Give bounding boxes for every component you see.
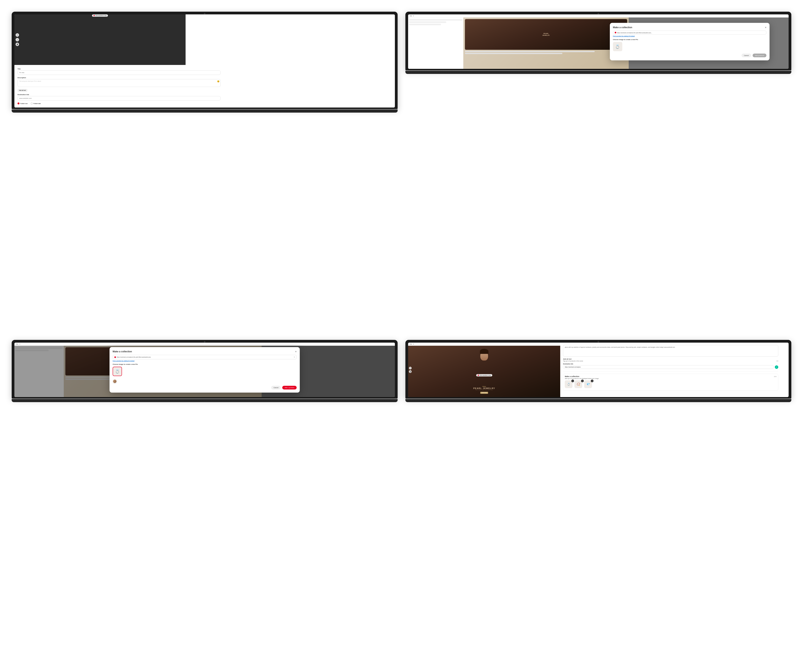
- tag-count-num: 0/8: [776, 360, 778, 362]
- product-chip-3[interactable]: 💎 ×: [584, 380, 593, 389]
- product-icon-2: 📿: [577, 383, 580, 386]
- collection-sub: Add up to 24 products to be displayed be…: [565, 378, 776, 379]
- camera-notch: [204, 13, 205, 15]
- collection-section: Make a collection 3/24 Add up to 24 prod…: [563, 374, 778, 391]
- collection-modal-3: Make a collection × https://andreali.com…: [109, 347, 300, 393]
- description-label: Description: [18, 77, 221, 79]
- ring-icon-3: 💍: [115, 369, 120, 374]
- publish-now-option[interactable]: Publish now: [18, 102, 28, 104]
- modal-close-button-3[interactable]: ×: [295, 350, 297, 353]
- modal-footer: Cancel Add products: [613, 54, 767, 57]
- destination-label-4: Destination link: [563, 363, 778, 365]
- find-product-link-3[interactable]: Find a product by catalog ID instead: [113, 360, 297, 362]
- url-status-dot: [615, 32, 616, 33]
- title-label: Title: [18, 68, 221, 70]
- modal-title: Make a collection: [613, 26, 632, 29]
- product-images-grid: 💍: [613, 42, 767, 51]
- laptop-base: [12, 109, 398, 113]
- add-1-product-button[interactable]: Add 1 product: [282, 386, 297, 390]
- url-text: https://andreali.com/aglow/14k-gold-fill…: [617, 32, 765, 33]
- click-tag-label: Click anywhere to tag: [95, 15, 106, 16]
- alt-text-label: Add alt text: [563, 358, 778, 360]
- choose-image-label: Choose image to create a new Pin: [613, 39, 767, 41]
- publish-options: Publish now Publish later: [18, 102, 221, 104]
- product-icon-1: 💍: [567, 383, 571, 386]
- ads-bar: Ads ▾: [408, 15, 788, 18]
- ads-dropdown[interactable]: ▾: [413, 15, 414, 17]
- radio-filled: [18, 102, 20, 104]
- product-thumb-selected[interactable]: 💍: [113, 367, 122, 376]
- url-text-3: https://andreali.com/aglow/14k-gold-fill…: [117, 356, 293, 358]
- collection-title: Make a collection: [565, 375, 579, 377]
- collection-modal: Make a collection × https://andreali.com…: [610, 23, 770, 60]
- laptop-base-4: [405, 399, 791, 402]
- ads-label-4: Ads: [410, 343, 412, 345]
- destination-input[interactable]: [18, 96, 221, 101]
- ads-label: Ads: [410, 15, 412, 16]
- ads-label-3: Ads: [16, 343, 18, 345]
- ads-dropdown-4[interactable]: ▾: [413, 343, 414, 345]
- click-tag-label-4: Click anywhere to tag: [480, 375, 491, 376]
- shop-button-4[interactable]: SHOP NOW: [480, 392, 488, 394]
- edit-icon[interactable]: ✏: [16, 33, 19, 37]
- collection-count: 3/24: [774, 376, 777, 377]
- title-input[interactable]: [18, 70, 221, 75]
- jewelry-title-4: PEARL JEWELRY: [473, 387, 495, 390]
- destination-label: Destination link: [18, 94, 221, 96]
- tag-dot: [94, 15, 95, 16]
- ads-bar-3: Ads ▾: [15, 342, 395, 346]
- cancel-button[interactable]: Cancel: [741, 54, 751, 57]
- laptop-base-2: [405, 71, 791, 74]
- destination-check-icon: ✓: [775, 365, 778, 369]
- description-text: piece with my selection of layered neckl…: [565, 346, 776, 348]
- url-input-row-3[interactable]: https://andreali.com/aglow/14k-gold-fill…: [113, 355, 297, 359]
- pin-image-panel: Click anywhere to tag Malèe PEARL JEWELR…: [15, 15, 185, 65]
- laptop-base-3: [12, 399, 398, 402]
- grid-icon[interactable]: ⠿: [16, 38, 19, 41]
- url-clear-button[interactable]: ×: [294, 356, 295, 358]
- jewelry-subtitle-4: Malèe: [473, 386, 495, 387]
- left-toolbar-4: ✏ 🗑: [409, 367, 411, 373]
- trash-icon[interactable]: 🗑: [16, 42, 19, 46]
- product-chip-1[interactable]: 💍 ×: [565, 380, 573, 389]
- destination-section: Destination link ✓: [563, 363, 778, 369]
- click-tag-badge-4[interactable]: Click anywhere to tag: [476, 374, 492, 377]
- find-product-link[interactable]: Find a product by catalog ID instead: [613, 36, 767, 37]
- pin-form: Title Description Tell everyone what you…: [15, 65, 224, 107]
- ads-dropdown-3[interactable]: ▾: [20, 343, 20, 345]
- product-remove-3[interactable]: ×: [591, 380, 593, 382]
- product-remove-1[interactable]: ×: [571, 380, 574, 382]
- product-chip-2[interactable]: 📿 ×: [574, 380, 583, 389]
- laptop-screen1: Click anywhere to tag Malèe PEARL JEWELR…: [12, 12, 398, 332]
- destination-row: ✓: [563, 365, 778, 369]
- pin-image-panel-4: Ads ▾ Click anywhere to tag: [408, 342, 560, 397]
- description-textarea[interactable]: Tell everyone what your Pin is about: [18, 79, 221, 87]
- click-tag-badge[interactable]: Click anywhere to tag: [92, 15, 108, 17]
- product-icon-3: 💎: [587, 383, 590, 386]
- description-box[interactable]: piece with my selection of layered neckl…: [563, 345, 778, 357]
- modal-header: Make a collection ×: [613, 26, 767, 29]
- product-remove-2[interactable]: ×: [581, 380, 584, 382]
- radio-empty: [31, 102, 33, 104]
- modal-title-3: Make a collection: [113, 350, 132, 353]
- edit-icon-4[interactable]: ✏: [409, 367, 411, 369]
- camera-notch-3: [204, 341, 205, 342]
- left-toolbar: ✏ ⠿ 🗑: [16, 33, 19, 46]
- cancel-button-3[interactable]: Cancel: [271, 386, 281, 390]
- background-screen: PEARLJEWELRY: [408, 18, 629, 69]
- alt-text-button[interactable]: Add alt text: [18, 89, 28, 92]
- url-input-row[interactable]: https://andreali.com/aglow/14k-gold-fill…: [613, 31, 767, 35]
- publish-now-label: Publish now: [20, 103, 28, 104]
- alt-text-section: Add alt text Tag up to 8 products in the…: [563, 358, 778, 362]
- modal-footer-3: Cancel Add 1 product: [113, 386, 297, 390]
- add-products-button[interactable]: Add products: [753, 54, 766, 57]
- product-thumb-1[interactable]: 💍: [613, 42, 622, 51]
- tag-dot-4: [478, 375, 479, 376]
- trash-icon-4[interactable]: 🗑: [409, 370, 411, 373]
- camera-notch-2: [598, 13, 599, 15]
- publish-later-option[interactable]: Publish later: [31, 102, 41, 104]
- destination-input-4[interactable]: [563, 365, 774, 369]
- description-placeholder: Tell everyone what your Pin is about: [19, 81, 41, 82]
- modal-close-button[interactable]: ×: [765, 26, 766, 29]
- emoji-icon[interactable]: 😊: [217, 80, 219, 83]
